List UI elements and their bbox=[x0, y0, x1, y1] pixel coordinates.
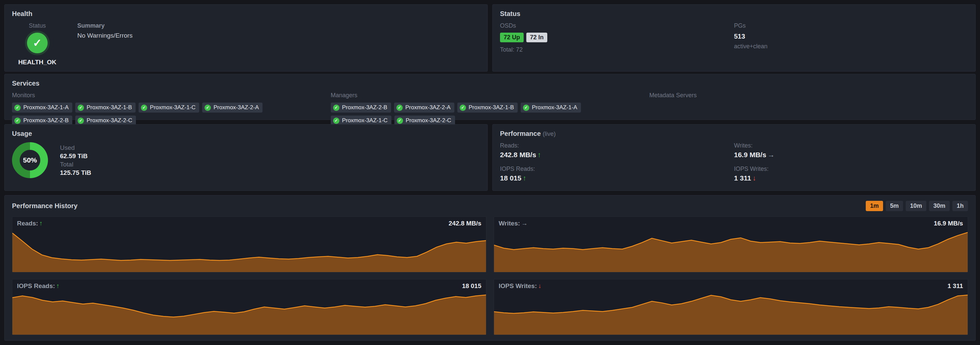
osd-in-badge: 72 In bbox=[526, 33, 547, 42]
reads-value-text: 242.8 MB/s bbox=[500, 151, 536, 159]
reads-label: Reads: bbox=[500, 142, 734, 149]
manager-badge: ✓ Proxmox-3AZ-2-B bbox=[331, 103, 391, 113]
manager-badge-label: Proxmox-3AZ-1-B bbox=[469, 104, 514, 111]
usage-donut-chart: 50% bbox=[12, 142, 48, 178]
iops-writes-cell: IOPS Writes: 1 311↓ bbox=[734, 165, 968, 182]
health-ok-check-icon: ✓ bbox=[27, 33, 48, 53]
performance-live-suffix: (live) bbox=[542, 130, 555, 137]
iops-writes-chart-title: IOPS Writes: bbox=[499, 282, 537, 289]
reads-chart-label: Reads:↑ bbox=[17, 220, 43, 227]
reads-chart-value: 242.8 MB/s bbox=[449, 220, 481, 227]
performance-history-panel: Performance History 1m5m10m30m1h Reads:↑… bbox=[4, 195, 976, 341]
iops-reads-area-chart bbox=[12, 293, 486, 335]
reads-history-chart: Reads:↑ 242.8 MB/s bbox=[12, 216, 486, 272]
monitor-badge-label: Proxmox-3AZ-1-A bbox=[23, 104, 68, 111]
ceph-dashboard: Health Status ✓ HEALTH_OK Summary No War… bbox=[0, 0, 980, 345]
time-range-button[interactable]: 1m bbox=[866, 201, 883, 211]
services-grid: Monitors ✓ Proxmox-3AZ-1-A ✓ Proxmox-3AZ… bbox=[12, 92, 968, 126]
history-charts-grid: Reads:↑ 242.8 MB/s Writes:→ 16.9 MB/s IO… bbox=[12, 216, 968, 335]
up-arrow-icon: ↑ bbox=[39, 220, 43, 227]
health-panel: Health Status ✓ HEALTH_OK Summary No War… bbox=[4, 4, 488, 72]
iops-reads-cell: IOPS Reads: 18 015↑ bbox=[500, 165, 734, 182]
iops-writes-value: 1 311↓ bbox=[734, 174, 968, 182]
osd-badges: 72 Up 72 In bbox=[500, 33, 734, 42]
usage-percent: 50% bbox=[20, 150, 40, 170]
up-arrow-icon: ↑ bbox=[56, 282, 60, 289]
iops-writes-value-text: 1 311 bbox=[734, 174, 751, 182]
iops-writes-history-chart: IOPS Writes:↓ 1 311 bbox=[494, 279, 968, 335]
managers-label: Managers bbox=[331, 92, 649, 99]
reads-chart-title: Reads: bbox=[17, 220, 38, 227]
time-range-button[interactable]: 1h bbox=[952, 201, 968, 211]
iops-reads-chart-label: IOPS Reads:↑ bbox=[17, 282, 60, 290]
check-circle-icon: ✓ bbox=[333, 118, 339, 124]
reads-chart-header: Reads:↑ 242.8 MB/s bbox=[12, 217, 486, 229]
used-value: 62.59 TiB bbox=[60, 152, 91, 160]
writes-cell: Writes: 16.9 MB/s→ bbox=[734, 142, 968, 159]
health-summary-column: Summary No Warnings/Errors bbox=[77, 22, 132, 66]
usage-performance-row: Usage 50% Used 62.59 TiB Total 125.75 Ti… bbox=[4, 124, 976, 191]
osd-total: Total: 72 bbox=[500, 46, 734, 53]
metadata-servers-column: Metadata Servers bbox=[649, 92, 968, 126]
check-circle-icon: ✓ bbox=[396, 105, 403, 111]
manager-badge-label: Proxmox-3AZ-2-B bbox=[342, 104, 387, 111]
writes-chart-title: Writes: bbox=[499, 220, 520, 227]
monitor-badge-label: Proxmox-3AZ-2-B bbox=[23, 117, 68, 124]
manager-badge-label: Proxmox-3AZ-1-C bbox=[342, 117, 388, 124]
managers-column: Managers ✓ Proxmox-3AZ-2-B ✓ Proxmox-3AZ… bbox=[331, 92, 649, 126]
usage-body: 50% Used 62.59 TiB Total 125.75 TiB bbox=[12, 142, 480, 178]
check-circle-icon: ✓ bbox=[333, 105, 339, 111]
writes-chart-label: Writes:→ bbox=[499, 220, 528, 227]
check-circle-icon: ✓ bbox=[14, 118, 21, 124]
iops-reads-value-text: 18 015 bbox=[500, 174, 521, 182]
manager-badges: ✓ Proxmox-3AZ-2-B ✓ Proxmox-3AZ-2-A ✓ Pr… bbox=[331, 103, 649, 126]
manager-badge-label: Proxmox-3AZ-2-A bbox=[406, 104, 451, 111]
iops-reads-chart-value: 18 015 bbox=[462, 282, 481, 290]
iops-writes-chart-label: IOPS Writes:↓ bbox=[499, 282, 541, 290]
reads-value: 242.8 MB/s↑ bbox=[500, 151, 734, 159]
manager-badge: ✓ Proxmox-3AZ-2-A bbox=[394, 103, 454, 113]
services-panel: Services Monitors ✓ Proxmox-3AZ-1-A ✓ Pr… bbox=[4, 74, 976, 120]
monitor-badge-label: Proxmox-3AZ-2-A bbox=[213, 104, 259, 111]
check-circle-icon: ✓ bbox=[78, 105, 84, 111]
check-circle-icon: ✓ bbox=[205, 105, 211, 111]
usage-panel-title: Usage bbox=[12, 130, 480, 138]
usage-panel: Usage 50% Used 62.59 TiB Total 125.75 Ti… bbox=[4, 124, 488, 191]
time-range-button[interactable]: 30m bbox=[929, 201, 950, 211]
performance-panel-title: Performance(live) bbox=[500, 130, 968, 138]
performance-panel: Performance(live) Reads: 242.8 MB/s↑ Wri… bbox=[492, 124, 976, 191]
check-circle-icon: ✓ bbox=[14, 105, 21, 111]
time-range-selector: 1m5m10m30m1h bbox=[866, 201, 968, 211]
iops-reads-chart-title: IOPS Reads: bbox=[17, 282, 55, 289]
monitor-badge: ✓ Proxmox-3AZ-1-C bbox=[138, 103, 199, 113]
status-grid: OSDs 72 Up 72 In Total: 72 PGs 513 activ… bbox=[500, 22, 968, 53]
right-arrow-icon: → bbox=[767, 151, 775, 159]
check-circle-icon: ✓ bbox=[460, 105, 466, 111]
right-arrow-icon: → bbox=[521, 220, 528, 227]
osds-label: OSDs bbox=[500, 22, 734, 29]
iops-writes-area-chart bbox=[494, 293, 968, 335]
iops-reads-history-chart: IOPS Reads:↑ 18 015 bbox=[12, 279, 486, 335]
down-arrow-icon: ↓ bbox=[752, 174, 756, 182]
iops-writes-label: IOPS Writes: bbox=[734, 165, 968, 173]
iops-reads-value: 18 015↑ bbox=[500, 174, 734, 182]
writes-label: Writes: bbox=[734, 142, 968, 149]
health-status-value: HEALTH_OK bbox=[18, 59, 57, 66]
manager-badge-label: Proxmox-3AZ-1-A bbox=[532, 104, 577, 111]
health-summary-label: Summary bbox=[77, 22, 132, 29]
pgs-count: 513 bbox=[734, 33, 968, 40]
monitors-label: Monitors bbox=[12, 92, 331, 99]
history-title: Performance History bbox=[12, 202, 78, 210]
monitor-badge-label: Proxmox-3AZ-2-C bbox=[87, 117, 132, 124]
reads-area-chart bbox=[12, 230, 486, 272]
check-circle-icon: ✓ bbox=[523, 105, 529, 111]
time-range-button[interactable]: 10m bbox=[906, 201, 926, 211]
iops-reads-chart-header: IOPS Reads:↑ 18 015 bbox=[12, 280, 486, 292]
check-circle-icon: ✓ bbox=[141, 105, 147, 111]
time-range-button[interactable]: 5m bbox=[886, 201, 903, 211]
total-value: 125.75 TiB bbox=[60, 169, 91, 177]
manager-badge: ✓ Proxmox-3AZ-1-A bbox=[521, 103, 581, 113]
health-status-label: Status bbox=[29, 22, 46, 29]
writes-history-chart: Writes:→ 16.9 MB/s bbox=[494, 216, 968, 272]
usage-figures: Used 62.59 TiB Total 125.75 TiB bbox=[60, 143, 91, 177]
